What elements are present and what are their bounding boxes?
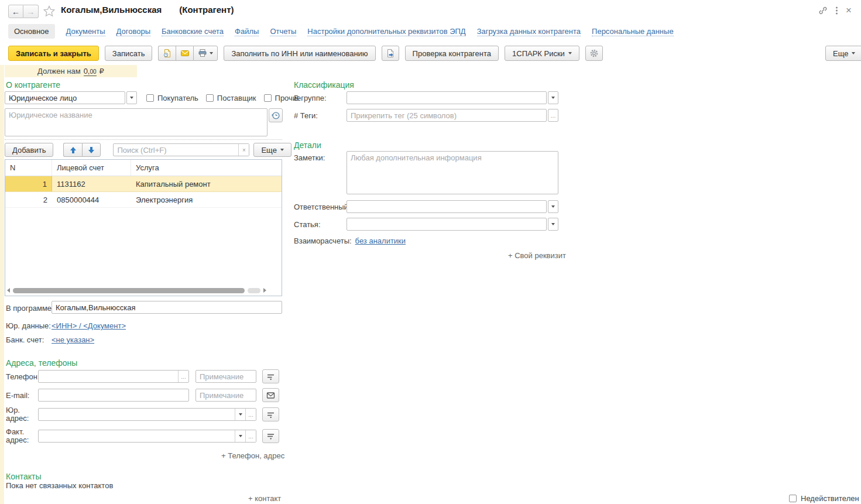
responsible-dropdown-button[interactable] — [548, 200, 558, 213]
tab-bankovskie-scheta[interactable]: Банковские счета — [162, 27, 224, 36]
counterparty-dossier-button[interactable] — [382, 46, 399, 61]
scrollbar-track[interactable] — [248, 288, 260, 293]
legal-address-dropdown-button[interactable] — [235, 409, 245, 420]
checkbox-buyer[interactable]: Покупатель — [146, 94, 198, 102]
check-counterparty-button[interactable]: Проверка контрагента — [405, 46, 499, 61]
toolbar-icon-group — [158, 46, 218, 61]
save-and-close-button[interactable]: Записать и закрыть — [8, 46, 99, 61]
scroll-left-icon[interactable] — [7, 288, 10, 293]
group-input[interactable] — [347, 91, 547, 104]
link-icon — [818, 6, 828, 15]
add-contact-link[interactable]: + контакт — [248, 494, 281, 503]
actual-address-input[interactable] — [39, 430, 235, 442]
actual-address-select-button[interactable]: ... — [245, 430, 256, 442]
phone-note-input[interactable] — [195, 370, 256, 383]
column-header-service[interactable]: Услуга — [131, 160, 282, 176]
actual-address-dropdown-button[interactable] — [235, 430, 245, 442]
move-down-button[interactable] — [82, 143, 101, 157]
phone-select-button[interactable]: ... — [178, 371, 188, 382]
settings-button[interactable] — [585, 46, 603, 61]
close-button[interactable]: × — [846, 6, 852, 15]
table-row[interactable]: 2 0850000444 Электроэнергия — [5, 192, 282, 208]
add-phone-address-link[interactable]: + Телефон, адрес — [221, 451, 284, 460]
favorite-star-button[interactable] — [43, 5, 55, 17]
invalid-checkbox[interactable] — [789, 495, 797, 502]
program-name-input[interactable] — [52, 301, 282, 314]
actual-address-comment-button[interactable] — [262, 429, 279, 443]
chevron-down-icon — [551, 205, 555, 208]
other-checkbox[interactable] — [264, 94, 272, 102]
legal-address-input[interactable] — [39, 409, 235, 420]
more-button[interactable]: Еще — [825, 46, 861, 61]
notes-textarea[interactable] — [347, 151, 558, 194]
legal-address-select-button[interactable]: ... — [245, 409, 256, 420]
email-note-input[interactable] — [195, 389, 256, 402]
search-clear-button[interactable]: × — [238, 144, 249, 156]
scrollbar-thumb[interactable] — [13, 288, 245, 293]
checkbox-supplier[interactable]: Поставщик — [206, 94, 256, 102]
responsible-input[interactable] — [347, 200, 547, 213]
phone-comment-button[interactable] — [262, 369, 279, 383]
settlements-link[interactable]: без аналитики — [355, 236, 406, 245]
bank-account-link[interactable]: <не указан> — [52, 335, 94, 344]
print-button[interactable] — [193, 46, 218, 61]
contacts-empty-text: Пока нет связанных контактов — [6, 481, 113, 490]
balance-amount-link[interactable]: 0,00 — [84, 67, 97, 76]
add-custom-attribute-link[interactable]: + Свой реквизит — [508, 251, 566, 260]
tab-osnovnoe[interactable]: Основное — [8, 24, 55, 39]
accounts-more-button[interactable]: Еще — [253, 143, 291, 157]
balance-amount-frac: 00 — [90, 68, 96, 75]
tags-select-button[interactable]: ... — [548, 109, 558, 122]
add-account-button[interactable]: Добавить — [5, 143, 53, 157]
tags-input[interactable] — [347, 109, 547, 122]
ellipsis-icon: ... — [248, 412, 253, 418]
clear-x-icon: × — [242, 147, 246, 153]
more-button-label: Еще — [833, 49, 848, 58]
group-dropdown-button[interactable] — [548, 91, 558, 104]
get-link-button[interactable] — [818, 6, 828, 15]
email-send-button[interactable] — [262, 388, 279, 402]
email-input[interactable] — [38, 389, 189, 402]
tab-dogovory[interactable]: Договоры — [116, 27, 150, 36]
tab-nastrojki-epd[interactable]: Настройки дополнительных реквизитов ЭПД — [307, 27, 465, 36]
bank-account-label: Банк. счет: — [6, 335, 44, 344]
notes-label: Заметки: — [294, 153, 325, 162]
legal-data-link[interactable]: <ИНН> / <Документ> — [52, 321, 126, 330]
scroll-right-icon[interactable] — [263, 288, 266, 293]
send-email-button[interactable] — [176, 46, 193, 61]
more-menu-button[interactable] — [835, 6, 838, 15]
horizontal-scrollbar[interactable] — [7, 287, 280, 294]
table-row[interactable]: 1 1131162 Капитальный ремонт — [5, 176, 282, 192]
save-button[interactable]: Записать — [105, 46, 153, 61]
accounts-search: × — [113, 143, 249, 156]
forward-button[interactable]: → — [23, 5, 39, 18]
tab-otchety[interactable]: Отчеты — [270, 27, 296, 36]
column-header-account[interactable]: Лицевой счет — [52, 160, 131, 176]
counterparty-type-input[interactable] — [5, 91, 125, 104]
article-input[interactable] — [347, 218, 547, 231]
tab-fajly[interactable]: Файлы — [235, 27, 259, 36]
create-based-on-button[interactable] — [158, 46, 176, 61]
article-dropdown-button[interactable] — [548, 218, 558, 231]
legal-address-comment-button[interactable] — [262, 407, 279, 421]
email-label: E-mail: — [6, 391, 38, 400]
fill-by-inn-button[interactable]: Заполнить по ИНН или наименованию — [224, 46, 375, 61]
arrow-up-icon — [70, 146, 77, 154]
tab-dokumenty[interactable]: Документы — [66, 27, 105, 36]
column-header-n[interactable]: N — [5, 160, 52, 176]
responsible-row: Ответственный: — [294, 200, 558, 213]
gear-icon — [589, 49, 599, 58]
spark-risks-button[interactable]: 1СПАРК Риски — [505, 46, 579, 61]
tab-personalnye-dannye[interactable]: Персональные данные — [592, 27, 674, 36]
row-service: Электроэнергия — [131, 192, 282, 207]
move-up-button[interactable] — [63, 143, 82, 157]
tab-zagruzka-dannyh[interactable]: Загрузка данных контрагента — [477, 27, 581, 36]
buyer-checkbox[interactable] — [146, 94, 154, 102]
name-history-button[interactable] — [269, 108, 283, 122]
back-button[interactable]: ← — [8, 5, 23, 18]
search-input[interactable] — [114, 144, 238, 156]
legal-name-textarea[interactable] — [5, 108, 267, 136]
supplier-checkbox[interactable] — [206, 94, 214, 102]
counterparty-type-dropdown-button[interactable] — [126, 91, 137, 104]
phone-input[interactable] — [39, 371, 178, 382]
